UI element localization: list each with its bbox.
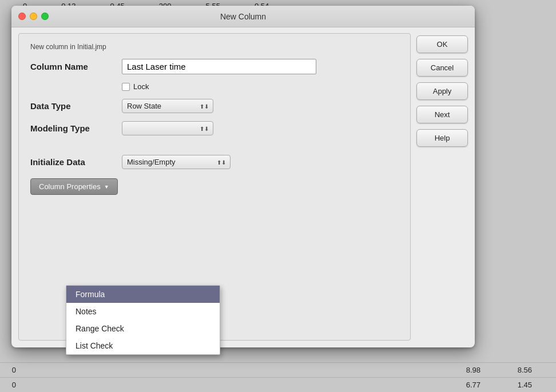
data-type-select-wrapper: Row State Numeric Character ⬆⬇ [122,99,213,113]
table-row: 0 8.98 8.56 [0,362,556,377]
column-properties-button[interactable]: Column Properties ▼ [30,178,118,195]
modeling-type-label: Modeling Type [30,123,122,133]
initialize-data-select[interactable]: Missing/Empty Zeros [122,155,231,169]
row-cell-0-0: 8.98 [436,366,487,374]
row-cell-1-0: 6.77 [436,381,487,389]
cancel-button[interactable]: Cancel [416,59,468,77]
data-type-row: Data Type Row State Numeric Character ⬆⬇ [30,99,399,113]
table-row: 0 6.77 1.45 [0,377,556,392]
next-button[interactable]: Next [416,106,468,123]
modeling-type-row: Modeling Type ⬆⬇ [30,121,399,135]
column-properties-dropdown: Formula Notes Range Check List Check [66,285,220,355]
data-type-select[interactable]: Row State Numeric Character [122,99,213,113]
column-name-label: Column Name [30,62,122,71]
column-properties-label: Column Properties [39,182,101,191]
column-name-input[interactable] [122,59,316,74]
dropdown-item-formula[interactable]: Formula [66,286,220,303]
window-title: New Column [220,12,266,21]
column-properties-arrow-icon: ▼ [104,184,109,190]
apply-button[interactable]: Apply [416,82,468,100]
ok-button[interactable]: OK [416,35,468,53]
dropdown-item-range-check[interactable]: Range Check [66,320,220,337]
close-button[interactable] [18,13,26,20]
row-cell-1-1: 1.45 [487,381,539,389]
bottom-table: 0 8.98 8.56 0 6.77 1.45 [0,362,556,392]
row-cell-0-1: 8.56 [487,366,539,374]
dialog-body: New column in Initial.jmp Column Name Lo… [11,27,475,347]
lock-checkbox[interactable] [122,83,130,91]
row-first-0: 0 [0,366,23,374]
dropdown-item-list-check[interactable]: List Check [66,337,220,354]
button-panel: OK Cancel Apply Next Help [416,33,468,341]
modeling-type-select-wrapper: ⬆⬇ [122,121,213,135]
main-panel: New column in Initial.jmp Column Name Lo… [18,33,411,341]
modeling-type-select[interactable] [122,121,213,135]
initialize-data-row: Initialize Data Missing/Empty Zeros ⬆⬇ [30,155,399,169]
column-name-row: Column Name [30,59,399,74]
dialog-window: New Column New column in Initial.jmp Col… [11,6,475,347]
dialog-subtitle: New column in Initial.jmp [30,43,399,51]
dropdown-item-notes[interactable]: Notes [66,303,220,320]
maximize-button[interactable] [41,13,49,20]
row-first-1: 0 [0,381,23,389]
titlebar: New Column [11,6,475,27]
minimize-button[interactable] [30,13,37,20]
lock-row: Lock [122,82,399,91]
lock-label: Lock [133,82,149,91]
initialize-data-label: Initialize Data [30,157,122,167]
data-type-label: Data Type [30,101,122,111]
help-button[interactable]: Help [416,129,468,147]
traffic-lights [18,13,49,20]
init-data-select-wrapper: Missing/Empty Zeros ⬆⬇ [122,155,231,169]
